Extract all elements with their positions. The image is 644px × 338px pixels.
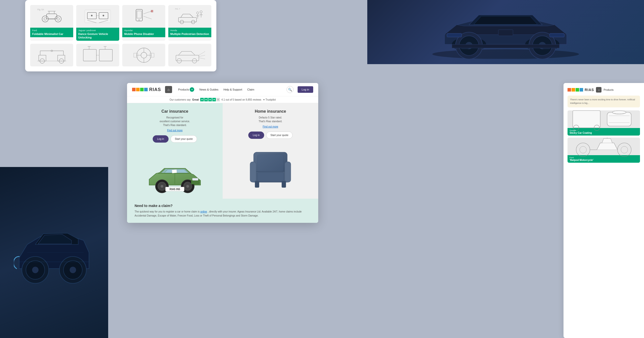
patent-card-plain-1[interactable] bbox=[30, 44, 73, 66]
car-insurance-link[interactable]: Find out more bbox=[132, 129, 218, 132]
svg-rect-102 bbox=[255, 181, 259, 188]
nav-help-label: Help & Support bbox=[223, 88, 242, 91]
svg-point-66 bbox=[432, 49, 579, 59]
logo-a-block bbox=[140, 88, 144, 91]
rias-logo[interactable]: RIAS bbox=[132, 87, 161, 92]
car-top-right-inner bbox=[367, 0, 644, 64]
claims-section: Need to make a claim? The quickest way f… bbox=[127, 199, 318, 223]
svg-point-30 bbox=[196, 12, 199, 14]
patent-card-ford[interactable]: Fig. 5A Ford Foldable Minimalist Car bbox=[30, 5, 73, 41]
star-2: ★ bbox=[204, 98, 208, 101]
search-button[interactable]: 🔍 bbox=[287, 86, 294, 93]
ford-patent-drawing: Fig. 5A bbox=[34, 7, 69, 25]
home-insurance-panel: Home insurance Defacto 5 Star rated.That… bbox=[223, 103, 318, 199]
car-insurance-description: Recognised forexcellent customer service… bbox=[132, 116, 218, 127]
right-panel-header: RIAS ⌂ Products bbox=[568, 87, 640, 93]
home-quote-button[interactable]: Start your quote bbox=[266, 132, 293, 139]
patent-image-hyundai bbox=[122, 5, 165, 28]
svg-line-64 bbox=[199, 58, 205, 59]
right-rias-logo[interactable]: RIAS bbox=[568, 88, 594, 92]
svg-text:FIG. 7: FIG. 7 bbox=[175, 8, 180, 10]
claims-online-link[interactable]: online bbox=[200, 210, 207, 213]
products-dropdown-arrow[interactable]: ▾ bbox=[190, 87, 194, 92]
svg-line-63 bbox=[199, 51, 205, 55]
patent-label-jaguar: Jaguar Landrover Dance Gesture Vehicle U… bbox=[76, 28, 119, 41]
svg-point-91 bbox=[186, 185, 189, 188]
patent-grid-row2 bbox=[30, 44, 211, 66]
trustpilot-score: 4.1 out of 5 based on 9,855 reviews bbox=[221, 98, 261, 101]
svg-point-2 bbox=[44, 18, 47, 20]
svg-rect-79 bbox=[498, 30, 513, 36]
car-insurance-panel: Car insurance Recognised forexcellent cu… bbox=[127, 103, 223, 199]
right-patent-img-2 bbox=[568, 138, 640, 155]
right-patent-card-1[interactable]: Google Sticky Car Coating bbox=[568, 110, 640, 136]
car-rear-svg bbox=[420, 5, 591, 59]
svg-point-115 bbox=[618, 143, 631, 157]
home-insurance-description: Defacto 5 Star rated.That's Rias standar… bbox=[228, 116, 313, 123]
home-insurance-buttons: Log in Start your quote bbox=[228, 132, 313, 139]
nav-item-help-support[interactable]: Help & Support bbox=[221, 87, 244, 92]
nav-item-products[interactable]: Products ▾ bbox=[176, 86, 196, 93]
svg-rect-97 bbox=[172, 170, 177, 174]
svg-point-4 bbox=[57, 18, 59, 20]
car-top-right-panel bbox=[367, 0, 644, 64]
svg-line-65 bbox=[199, 55, 205, 56]
svg-point-110 bbox=[612, 111, 626, 114]
rias-website: RIAS ⌂ Products ▾ News & Guides Help & S… bbox=[127, 83, 318, 223]
patent-card-hyundai[interactable]: Hyundai Mobile Phone Disabler bbox=[122, 5, 165, 41]
home-login-button[interactable]: Log in bbox=[248, 132, 264, 139]
right-promo-text: There's never been a more exciting time … bbox=[570, 98, 635, 104]
patent-card-plain-4[interactable] bbox=[168, 44, 211, 66]
nav-claim-label: Claim bbox=[247, 88, 254, 91]
right-nav-products[interactable]: Products bbox=[603, 89, 613, 91]
plain-patent-3 bbox=[125, 45, 163, 65]
svg-rect-46 bbox=[99, 49, 112, 61]
right-patent-img-1 bbox=[568, 110, 640, 128]
patent-card-jaguar[interactable]: Jaguar Landrover Dance Gesture Vehicle U… bbox=[76, 5, 119, 41]
trustpilot-bar: Our customers say Great ★ ★ ★ ★ ★ 4.1 ou… bbox=[127, 96, 318, 103]
right-car-drawing-2 bbox=[569, 138, 638, 158]
svg-text:Fig. 5A: Fig. 5A bbox=[37, 9, 44, 11]
nav-item-news-guides[interactable]: News & Guides bbox=[197, 87, 220, 92]
star-4: ★ bbox=[212, 98, 216, 101]
right-patent-card-2[interactable]: Ford 'Batpod Motorcycle' bbox=[568, 138, 640, 163]
svg-rect-75 bbox=[447, 33, 462, 37]
svg-rect-100 bbox=[250, 162, 256, 182]
patent-card-plain-3[interactable] bbox=[122, 44, 165, 66]
svg-rect-92 bbox=[191, 180, 199, 184]
svg-rect-60 bbox=[176, 55, 199, 61]
right-logo-s bbox=[580, 88, 583, 92]
green-car-svg: RIA5 IN5 bbox=[142, 159, 208, 197]
trustpilot-prefix: Our customers say bbox=[170, 98, 191, 101]
star-5: ★ bbox=[216, 98, 220, 101]
car-insurance-title: Car insurance bbox=[132, 109, 218, 114]
right-logo-r bbox=[568, 88, 571, 92]
car-quote-button[interactable]: Start your quote bbox=[171, 135, 197, 143]
right-home-icon[interactable]: ⌂ bbox=[596, 87, 601, 93]
jaguar-patent-drawing bbox=[80, 7, 115, 25]
svg-line-22 bbox=[144, 16, 151, 19]
svg-rect-45 bbox=[83, 49, 96, 61]
svg-rect-103 bbox=[282, 181, 286, 188]
login-button[interactable]: Log in bbox=[298, 86, 313, 93]
nav-item-claim[interactable]: Claim bbox=[245, 87, 256, 92]
logo-r-block bbox=[132, 88, 136, 91]
rias-nav-home-button[interactable]: ⌂ bbox=[165, 86, 172, 93]
car-login-button[interactable]: Log in bbox=[153, 135, 169, 143]
patent-image-ford: Fig. 5A bbox=[30, 5, 73, 28]
right-side-panel: RIAS ⌂ Products There's never been a mor… bbox=[564, 83, 644, 338]
rias-logo-text: RIAS bbox=[149, 87, 161, 92]
svg-rect-101 bbox=[285, 162, 291, 182]
svg-rect-38 bbox=[58, 55, 65, 61]
svg-rect-27 bbox=[178, 18, 196, 22]
svg-point-116 bbox=[621, 146, 628, 153]
svg-point-33 bbox=[200, 11, 202, 13]
trustpilot-brand: ✦ Trustpilot bbox=[263, 98, 276, 101]
home-insurance-link[interactable]: Find out more bbox=[228, 125, 313, 128]
svg-rect-109 bbox=[607, 112, 631, 126]
star-1: ★ bbox=[200, 98, 204, 101]
patent-card-honda[interactable]: FIG. 7 Honda Multiple Pedestr bbox=[168, 5, 211, 41]
patent-card-plain-2[interactable] bbox=[76, 44, 119, 66]
svg-point-88 bbox=[160, 185, 163, 188]
nav-products-label: Products bbox=[178, 88, 189, 91]
